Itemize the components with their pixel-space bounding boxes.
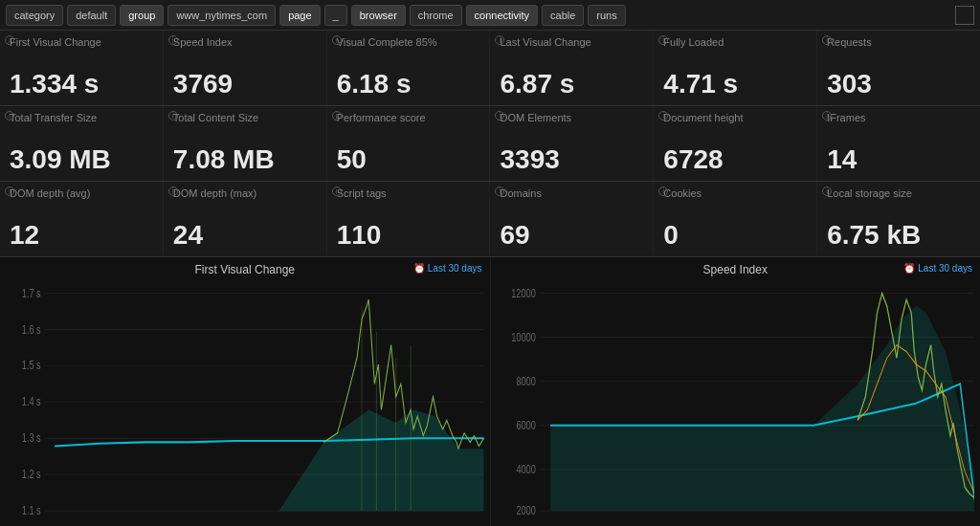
metric-cell-4: iFully Loaded4.71 s bbox=[654, 31, 816, 105]
metric-cell-0: iFirst Visual Change1.334 s bbox=[0, 31, 163, 105]
metric-label: Speed Index bbox=[173, 36, 317, 48]
metric-label: Domains bbox=[500, 187, 643, 199]
svg-text:1.7 s: 1.7 s bbox=[22, 286, 41, 299]
metric-cell-4: iCookies0 bbox=[654, 182, 816, 256]
info-icon: i bbox=[5, 111, 14, 121]
svg-text:1.6 s: 1.6 s bbox=[22, 322, 41, 336]
chart2-svg: .grid-line2 { stroke: #2a2a2a; stroke-wi… bbox=[497, 280, 975, 526]
metric-cell-3: iDOM Elements3393 bbox=[490, 106, 653, 181]
nav-chrome[interactable]: chrome bbox=[410, 5, 462, 26]
chart1-badge: Last 30 days bbox=[413, 263, 482, 274]
chart1-svg: .grid-line { stroke: #2a2a2a; stroke-wid… bbox=[6, 280, 484, 526]
metric-value: 69 bbox=[500, 222, 643, 249]
info-icon: i bbox=[168, 186, 178, 196]
metric-label: Local storage size bbox=[827, 187, 970, 199]
metric-value: 6728 bbox=[663, 146, 807, 173]
metric-cell-1: iTotal Content Size7.08 MB bbox=[164, 106, 326, 181]
metric-cell-3: iDomains69 bbox=[490, 182, 653, 256]
metric-label: DOM Elements bbox=[500, 112, 643, 123]
nav-default[interactable]: default bbox=[67, 5, 116, 26]
metric-value: 0 bbox=[663, 222, 807, 249]
metric-value: 1.334 s bbox=[10, 71, 153, 98]
metric-label: Requests bbox=[827, 36, 970, 48]
chart-first-visual: First Visual Change Last 30 days .grid-l… bbox=[0, 257, 490, 526]
metric-cell-1: iDOM depth (max)24 bbox=[164, 182, 326, 256]
svg-text:4000: 4000 bbox=[516, 463, 535, 476]
svg-text:1.3 s: 1.3 s bbox=[22, 431, 41, 445]
nav-runs[interactable]: runs bbox=[588, 5, 625, 26]
chart-speed-index: Speed Index Last 30 days .grid-line2 { s… bbox=[491, 257, 981, 526]
nav-page[interactable]: page bbox=[279, 5, 320, 26]
info-icon: i bbox=[332, 35, 342, 45]
nav-cable[interactable]: cable bbox=[542, 5, 584, 26]
svg-text:2000: 2000 bbox=[516, 504, 535, 517]
svg-text:1.2 s: 1.2 s bbox=[22, 468, 41, 481]
metric-cell-2: iVisual Complete 85%6.18 s bbox=[327, 31, 490, 105]
metric-label: Document height bbox=[663, 112, 807, 123]
svg-text:8000: 8000 bbox=[516, 374, 535, 387]
chart1-title: First Visual Change bbox=[6, 263, 484, 276]
topnav: category default group www_nytimes_com p… bbox=[0, 0, 980, 31]
metric-value: 110 bbox=[337, 222, 480, 249]
metric-cell-2: iPerformance score50 bbox=[327, 106, 490, 181]
metric-value: 50 bbox=[337, 146, 480, 173]
metric-cell-3: iLast Visual Change6.87 s bbox=[490, 31, 653, 105]
metric-cell-2: iScript tags110 bbox=[327, 182, 490, 256]
metric-label: First Visual Change bbox=[10, 36, 153, 48]
metric-value: 6.87 s bbox=[500, 71, 643, 98]
metric-cell-5: iRequests303 bbox=[817, 31, 980, 105]
metric-value: 3769 bbox=[173, 71, 317, 98]
nav-connectivity[interactable]: connectivity bbox=[466, 5, 538, 26]
metric-label: Cookies bbox=[663, 187, 807, 199]
nav-category[interactable]: category bbox=[6, 5, 63, 26]
metric-value: 14 bbox=[827, 146, 970, 173]
metric-value: 24 bbox=[173, 222, 317, 249]
nav-group[interactable]: group bbox=[120, 5, 164, 26]
metric-label: Total Transfer Size bbox=[10, 112, 153, 123]
nav-dash[interactable]: _ bbox=[324, 5, 347, 26]
metric-value: 3.09 MB bbox=[10, 146, 153, 173]
info-icon: i bbox=[168, 111, 178, 121]
svg-text:1.5 s: 1.5 s bbox=[22, 359, 41, 372]
metric-label: Performance score bbox=[337, 112, 480, 123]
metrics-row1: iFirst Visual Change1.334 siSpeed Index3… bbox=[0, 31, 980, 106]
metric-cell-1: iSpeed Index3769 bbox=[164, 31, 326, 105]
metric-value: 12 bbox=[10, 222, 153, 249]
metric-label: DOM depth (avg) bbox=[10, 187, 153, 199]
nav-browser[interactable]: browser bbox=[351, 5, 406, 26]
charts-area: First Visual Change Last 30 days .grid-l… bbox=[0, 257, 980, 526]
metric-value: 3393 bbox=[500, 146, 643, 173]
chart2-title: Speed Index bbox=[497, 263, 975, 276]
nav-site[interactable]: www_nytimes_com bbox=[167, 5, 276, 26]
svg-text:6000: 6000 bbox=[516, 419, 535, 432]
metric-cell-0: iDOM depth (avg)12 bbox=[0, 182, 163, 256]
metric-label: DOM depth (max) bbox=[173, 187, 317, 199]
svg-text:12000: 12000 bbox=[511, 286, 535, 299]
metrics-row3: iDOM depth (avg)12iDOM depth (max)24iScr… bbox=[0, 182, 980, 257]
metric-value: 6.75 kB bbox=[827, 222, 970, 249]
info-icon: i bbox=[332, 186, 342, 196]
chart2-badge: Last 30 days bbox=[903, 263, 972, 274]
info-icon: i bbox=[5, 35, 14, 45]
info-icon: i bbox=[332, 111, 342, 121]
nav-square-btn[interactable] bbox=[955, 6, 974, 25]
metric-label: Total Content Size bbox=[173, 112, 317, 123]
metric-cell-5: iIFrames14 bbox=[817, 106, 980, 181]
metric-label: Visual Complete 85% bbox=[337, 36, 480, 48]
metric-label: Fully Loaded bbox=[663, 36, 807, 48]
metric-value: 6.18 s bbox=[337, 71, 480, 98]
metric-label: Script tags bbox=[337, 187, 480, 199]
metric-cell-0: iTotal Transfer Size3.09 MB bbox=[0, 106, 163, 181]
svg-text:1.1 s: 1.1 s bbox=[22, 504, 41, 517]
metric-value: 4.71 s bbox=[663, 71, 807, 98]
metric-value: 7.08 MB bbox=[173, 146, 317, 173]
metrics-row2: iTotal Transfer Size3.09 MBiTotal Conten… bbox=[0, 106, 980, 182]
metric-cell-4: iDocument height6728 bbox=[654, 106, 816, 181]
metric-cell-5: iLocal storage size6.75 kB bbox=[817, 182, 980, 256]
info-icon: i bbox=[5, 186, 14, 196]
metric-label: Last Visual Change bbox=[500, 36, 643, 48]
svg-text:10000: 10000 bbox=[511, 330, 535, 343]
metric-label: IFrames bbox=[827, 112, 970, 123]
info-icon: i bbox=[168, 35, 178, 45]
metric-value: 303 bbox=[827, 71, 970, 98]
